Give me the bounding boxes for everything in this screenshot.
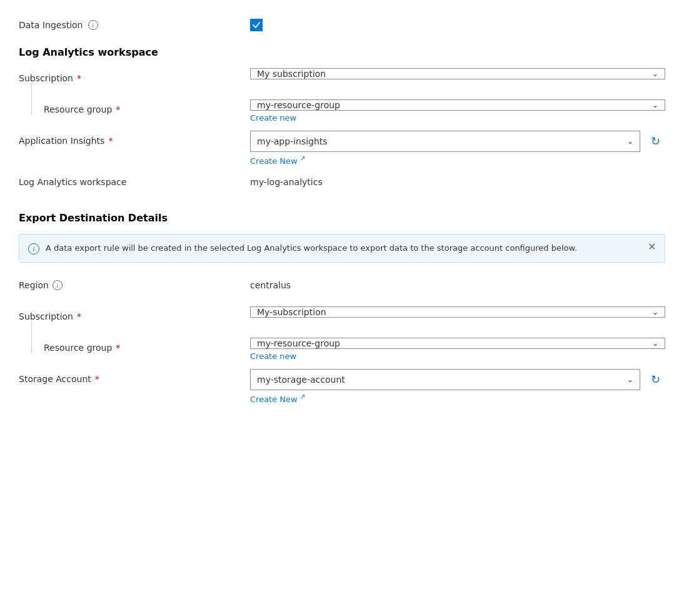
export-subscription-chevron: ⌄: [652, 308, 658, 316]
log-analytics-section-title: Log Analytics workspace: [19, 46, 665, 58]
export-resource-group-chevron: ⌄: [652, 339, 658, 348]
data-ingestion-text: Data Ingestion: [19, 20, 83, 30]
storage-account-label: Storage Account: [19, 374, 91, 384]
banner-close-button[interactable]: ✕: [648, 242, 656, 252]
export-resource-group-control: my-resource-group ⌄ Create new: [250, 338, 665, 361]
refresh-icon: ↻: [651, 134, 660, 148]
la-resource-group-row: Resource group * my-resource-group ⌄ Cre…: [19, 99, 665, 124]
la-workspace-value: my-log-analytics: [250, 172, 665, 187]
export-resource-group-required: *: [116, 343, 120, 353]
export-region-row: Region i centralus: [19, 275, 665, 300]
la-subscription-row: Subscription * My subscription ⌄: [19, 68, 665, 93]
export-region-info-icon[interactable]: i: [53, 280, 63, 290]
la-resource-group-create-link[interactable]: Create new: [250, 113, 665, 123]
banner-text: A data export rule will be created in th…: [46, 242, 641, 255]
export-resource-group-dropdown[interactable]: my-resource-group ⌄: [250, 338, 665, 349]
export-region-label: Region: [19, 280, 49, 290]
storage-account-create-link-text: Create New: [250, 395, 298, 405]
application-insights-create-link[interactable]: Create New ↗: [250, 154, 665, 166]
la-resource-group-control: my-resource-group ⌄ Create new: [250, 99, 665, 123]
export-subscription-row: Subscription * My-subscription ⌄: [19, 306, 665, 331]
data-ingestion-info-icon[interactable]: i: [88, 20, 98, 30]
storage-external-link-icon: ↗: [298, 393, 306, 401]
storage-account-create-link[interactable]: Create New ↗: [250, 393, 665, 404]
application-insights-label: Application Insights: [19, 136, 104, 146]
la-resource-group-required: *: [116, 104, 120, 114]
data-ingestion-label: Data Ingestion i: [19, 20, 250, 30]
application-insights-chevron: ⌄: [627, 137, 633, 146]
la-subscription-label-col: Subscription *: [19, 68, 250, 83]
la-resource-group-value: my-resource-group: [257, 100, 340, 110]
export-region-value: centralus: [250, 275, 665, 290]
export-resource-group-label: Resource group: [44, 343, 112, 353]
external-link-icon: ↗: [298, 154, 306, 163]
storage-account-required: *: [95, 374, 99, 384]
la-workspace-label-col: Log Analytics workspace: [19, 172, 250, 187]
storage-refresh-icon: ↻: [651, 373, 660, 386]
application-insights-dropdown[interactable]: my-app-insights ⌄: [250, 131, 640, 152]
la-subscription-chevron: ⌄: [652, 69, 658, 78]
export-subscription-label: Subscription: [19, 311, 73, 321]
la-subscription-control: My subscription ⌄: [250, 68, 665, 79]
storage-account-dropdown-row: my-storage-account ⌄ ↻: [250, 369, 665, 390]
la-workspace-row: Log Analytics workspace my-log-analytics: [19, 172, 665, 197]
la-subscription-required: *: [77, 73, 81, 83]
banner-info-icon: i: [28, 243, 39, 255]
export-region-control: centralus: [250, 275, 665, 290]
close-icon: ✕: [648, 241, 656, 252]
export-subscription-dropdown[interactable]: My-subscription ⌄: [250, 306, 665, 318]
export-subscription-control: My-subscription ⌄: [250, 306, 665, 318]
application-insights-dropdown-row: my-app-insights ⌄ ↻: [250, 131, 665, 152]
storage-account-row: Storage Account * my-storage-account ⌄ ↻…: [19, 369, 665, 404]
export-resource-group-row: Resource group * my-resource-group ⌄ Cre…: [19, 338, 665, 363]
application-insights-create-link-text: Create New: [250, 156, 298, 166]
data-ingestion-checkbox[interactable]: [250, 19, 263, 31]
la-workspace-label: Log Analytics workspace: [19, 177, 126, 187]
export-subscription-required: *: [77, 311, 81, 321]
application-insights-label-col: Application Insights *: [19, 131, 250, 146]
export-subscription-label-col: Subscription *: [19, 306, 250, 321]
storage-account-dropdown[interactable]: my-storage-account ⌄: [250, 369, 640, 390]
export-indent-line: [31, 321, 32, 353]
storage-account-control: my-storage-account ⌄ ↻ Create New ↗: [250, 369, 665, 404]
export-info-banner: i A data export rule will be created in …: [19, 234, 665, 263]
la-workspace-control: my-log-analytics: [250, 172, 665, 187]
la-resource-group-chevron: ⌄: [652, 101, 658, 109]
storage-account-value: my-storage-account: [257, 375, 345, 385]
la-subscription-value: My subscription: [257, 69, 326, 79]
export-resource-group-create-link[interactable]: Create new: [250, 351, 665, 361]
storage-account-refresh-button[interactable]: ↻: [645, 369, 665, 390]
la-indent-line: [31, 83, 32, 114]
la-subscription-label: Subscription: [19, 73, 73, 83]
storage-account-label-col: Storage Account *: [19, 369, 250, 384]
application-insights-value: my-app-insights: [257, 136, 328, 146]
export-section-title: Export Destination Details: [19, 212, 665, 224]
application-insights-required: *: [108, 136, 113, 146]
la-resource-group-label-col: Resource group *: [19, 99, 250, 114]
application-insights-row: Application Insights * my-app-insights ⌄…: [19, 131, 665, 166]
export-resource-group-value: my-resource-group: [257, 338, 340, 348]
application-insights-control: my-app-insights ⌄ ↻ Create New ↗: [250, 131, 665, 166]
export-subscription-value: My-subscription: [257, 307, 326, 317]
data-ingestion-row: Data Ingestion i: [19, 19, 665, 31]
la-resource-group-dropdown[interactable]: my-resource-group ⌄: [250, 99, 665, 111]
checkmark-icon: [252, 21, 261, 29]
application-insights-refresh-button[interactable]: ↻: [645, 131, 665, 152]
la-resource-group-label: Resource group: [44, 104, 112, 114]
export-region-label-col: Region i: [19, 275, 250, 290]
la-subscription-dropdown[interactable]: My subscription ⌄: [250, 68, 665, 79]
storage-account-chevron: ⌄: [627, 375, 633, 384]
export-resource-group-label-col: Resource group *: [19, 338, 250, 353]
